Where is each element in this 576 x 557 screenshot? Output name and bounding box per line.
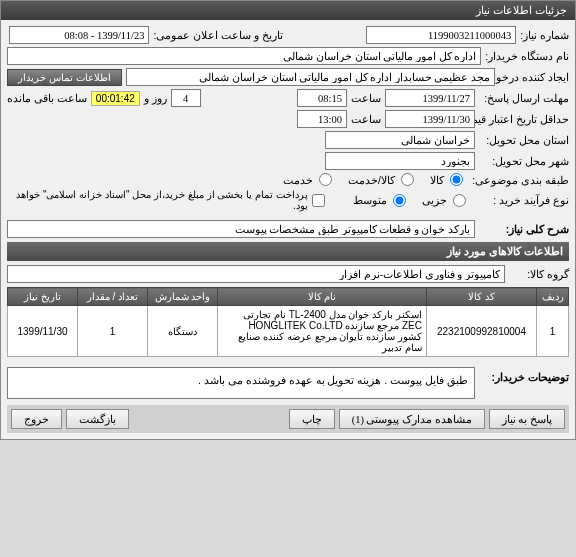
radio-service-label: خدمت [283, 174, 313, 186]
buyer-field[interactable] [7, 47, 481, 65]
th-row: ردیف [537, 288, 569, 306]
days-label: روز و [144, 92, 167, 104]
cell-row: 1 [537, 306, 569, 357]
class-radios: کالا کالا/خدمت خدمت [273, 173, 465, 186]
attachments-button[interactable]: مشاهده مدارک پیوستی (1) [339, 409, 485, 429]
announce-label: تاریخ و ساعت اعلان عمومی: [153, 29, 283, 41]
content-area: شماره نیاز: تاریخ و ساعت اعلان عمومی: نا… [1, 20, 575, 439]
radio-goods-service[interactable] [401, 173, 414, 186]
partial-pay-checkbox[interactable] [312, 194, 325, 207]
need-title-label: شرح کلی نیاز: [479, 223, 569, 235]
remaining-label: ساعت باقی مانده [7, 92, 87, 104]
cell-code: 2232100992810004 [427, 306, 537, 357]
print-button[interactable]: چاپ [289, 409, 335, 429]
group-field[interactable] [7, 265, 505, 283]
cell-name: اسکنر بارکد خوان مدل TL-2400 نام تجارتی … [218, 306, 427, 357]
back-button[interactable]: بازگشت [66, 409, 129, 429]
radio-minor-label: جزیی [422, 194, 447, 206]
creator-label: ایجاد کننده درخواست: [499, 71, 569, 83]
items-section-header: اطلاعات کالاهای مورد نیاز [7, 242, 569, 261]
radio-minor[interactable] [453, 194, 466, 207]
buyer-label: نام دستگاه خریدار: [485, 50, 569, 62]
th-unit: واحد شمارش [148, 288, 218, 306]
radio-goods-service-label: کالا/خدمت [348, 174, 395, 186]
window-titlebar: جزئیات اطلاعات نیاز [1, 1, 575, 20]
th-code: کد کالا [427, 288, 537, 306]
validity-time-label: ساعت [351, 113, 381, 125]
delivery-city-field[interactable] [325, 152, 475, 170]
group-label: گروه کالا: [509, 268, 569, 280]
buyer-notes-text: طبق فایل پیوست . هزینه تحویل به عهده فرو… [7, 367, 475, 399]
validity-date-field[interactable] [385, 110, 475, 128]
reply-time-field[interactable] [297, 89, 347, 107]
table-header-row: ردیف کد کالا نام کالا واحد شمارش تعداد /… [8, 288, 569, 306]
reply-time-label: ساعت [351, 92, 381, 104]
contact-tab-button[interactable]: اطلاعات تماس خریدار [7, 69, 122, 86]
footer-bar: پاسخ به نیاز مشاهده مدارک پیوستی (1) چاپ… [7, 405, 569, 433]
days-count-field[interactable] [171, 89, 201, 107]
purchase-type-label: نوع فرآیند خرید : [472, 194, 569, 206]
req-number-label: شماره نیاز: [520, 29, 569, 41]
creator-field[interactable] [126, 68, 495, 86]
radio-goods[interactable] [450, 173, 463, 186]
req-number-field[interactable] [366, 26, 516, 44]
delivery-city-label: شهر محل تحویل: [479, 155, 569, 167]
reply-deadline-label: مهلت ارسال پاسخ: [479, 92, 569, 104]
table-row[interactable]: 1 2232100992810004 اسکنر بارکد خوان مدل … [8, 306, 569, 357]
exit-button[interactable]: خروج [11, 409, 62, 429]
th-date: تاریخ نیاز [8, 288, 78, 306]
reply-button[interactable]: پاسخ به نیاز [489, 409, 565, 429]
delivery-province-field[interactable] [325, 131, 475, 149]
partial-pay-row: پرداخت تمام یا بخشی از مبلغ خرید،از محل … [7, 189, 325, 211]
radio-medium-label: متوسط [353, 194, 387, 206]
need-title-field[interactable] [7, 220, 475, 238]
cell-unit: دستگاه [148, 306, 218, 357]
radio-medium[interactable] [393, 194, 406, 207]
countdown-timer: 00:01:42 [91, 91, 140, 106]
items-table: ردیف کد کالا نام کالا واحد شمارش تعداد /… [7, 287, 569, 357]
partial-pay-label: پرداخت تمام یا بخشی از مبلغ خرید،از محل … [7, 189, 308, 211]
th-qty: تعداد / مقدار [78, 288, 148, 306]
window-title: جزئیات اطلاعات نیاز [476, 4, 567, 16]
announce-field[interactable] [9, 26, 149, 44]
radio-goods-label: کالا [430, 174, 444, 186]
class-label: طبقه بندی موضوعی: [469, 174, 569, 186]
th-name: نام کالا [218, 288, 427, 306]
purchase-radios: جزیی متوسط [343, 194, 468, 207]
validity-label: حداقل تاریخ اعتبار قیمت: تا تاریخ: [479, 113, 569, 125]
delivery-province-label: استان محل تحویل: [479, 134, 569, 146]
reply-date-field[interactable] [385, 89, 475, 107]
radio-service[interactable] [319, 173, 332, 186]
cell-date: 1399/11/30 [8, 306, 78, 357]
buyer-notes-label: توضیحات خریدار: [479, 365, 569, 383]
main-window: جزئیات اطلاعات نیاز شماره نیاز: تاریخ و … [0, 0, 576, 440]
validity-time-field[interactable] [297, 110, 347, 128]
cell-qty: 1 [78, 306, 148, 357]
